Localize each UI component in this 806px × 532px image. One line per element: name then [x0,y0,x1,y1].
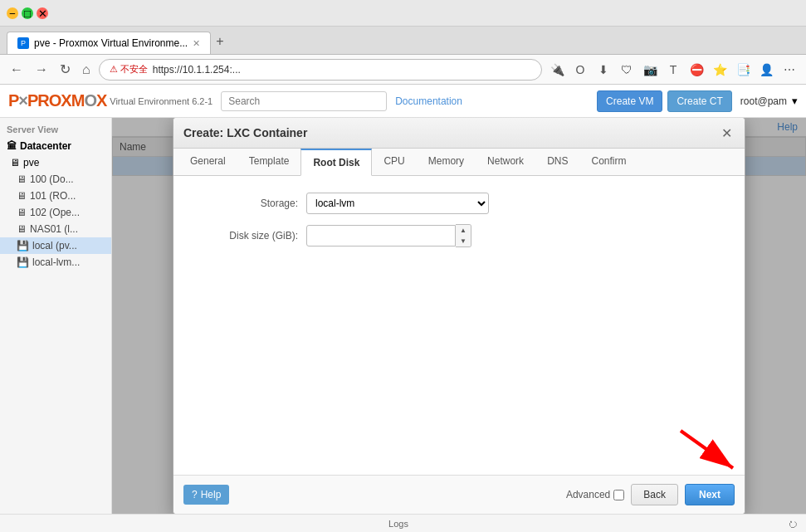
storage-control: local-lvm local [306,193,489,214]
local-lvm-label: local-lvm... [32,256,80,268]
opera-icon[interactable]: O [570,60,590,80]
server-view-label: Server View [0,121,111,138]
tab-root-disk[interactable]: Root Disk [300,149,372,176]
tab-template[interactable]: Template [237,149,301,176]
sidebar-item-local[interactable]: 💾 local (pv... [0,237,111,254]
dialog-tabs: General Template Root Disk CPU Memory Ne… [173,149,745,176]
sidebar-item-datacenter[interactable]: 🏛 Datacenter [0,138,111,154]
close-window-button[interactable]: ✕ [37,7,48,19]
security-warning: ⚠ 不安全 [110,63,148,76]
dialog-close-button[interactable]: ✕ [718,124,735,141]
back-button[interactable]: ← [7,61,27,79]
help-button[interactable]: ? Help [183,485,229,505]
create-vm-button[interactable]: Create VM [597,90,662,112]
advanced-checkbox[interactable] [613,490,624,500]
advanced-label: Advanced [566,489,624,500]
node-100-label: 100 (Do... [30,173,74,185]
profile-icon[interactable]: 👤 [756,60,776,80]
storage-row: Storage: local-lvm local [190,193,728,214]
next-button[interactable]: Next [685,484,735,505]
tab-memory[interactable]: Memory [417,149,476,176]
adblock-icon[interactable]: ⛔ [686,60,706,80]
sidebar-item-nas01[interactable]: 🖥 NAS01 (l... [0,221,111,237]
datacenter-icon: 🏛 [7,140,17,152]
new-tab-button[interactable]: + [211,29,228,54]
local-icon: 💾 [17,240,29,251]
nas01-icon: 🖥 [17,223,27,235]
local-lvm-icon: 💾 [17,256,29,268]
camera-icon[interactable]: 📷 [640,60,660,80]
status-bar: Logs ⭮ [0,514,806,532]
minimize-button[interactable]: − [7,7,18,19]
storage-select[interactable]: local-lvm local [306,193,489,214]
back-button[interactable]: Back [631,484,678,505]
user-menu[interactable]: root@pam [740,95,787,107]
sidebar-item-node-100[interactable]: 🖥 100 (Do... [0,171,111,188]
dropdown-icon: ▾ [792,95,798,107]
proxmox-header: P×PROXMOX Virtual Environment 6.2-1 Docu… [0,85,806,118]
translate-icon[interactable]: T [663,60,683,80]
tab-general[interactable]: General [178,149,237,176]
tab-network[interactable]: Network [476,149,535,176]
node-101-icon: 🖥 [17,190,27,202]
search-input[interactable] [221,91,387,111]
content-area: Help Name Size 22 [112,118,806,514]
create-ct-button[interactable]: Create CT [667,90,731,112]
nas01-label: NAS01 (l... [30,223,78,235]
proxmox-logo: P×PROXMOX Virtual Environment 6.2-1 [8,91,212,110]
url-bar[interactable]: ⚠ 不安全 https://10.1.1.254:... [99,59,542,81]
tab-close-button[interactable]: ✕ [193,38,200,49]
extensions-icon[interactable]: 🔌 [547,60,567,80]
footer-right: Advanced Back Next [566,484,735,505]
shield-icon[interactable]: 🛡 [617,60,637,80]
menu-icon[interactable]: ⋯ [779,60,799,80]
disk-size-label: Disk size (GiB): [190,230,306,242]
disk-size-spinner: 8 ▲ ▼ [306,224,489,247]
node-102-label: 102 (Ope... [30,207,80,218]
sidebar: Server View 🏛 Datacenter 🖥 pve 🖥 100 (Do… [0,118,112,514]
node-101-label: 101 (RO... [30,190,76,202]
bookmark-icon[interactable]: ⭐ [710,60,730,80]
tab-bar: P pve - Proxmox Virtual Environme... ✕ + [0,27,806,55]
url-text: https://10.1.1.254:... [153,64,241,76]
storage-label: Storage: [190,198,306,209]
disk-size-control: 8 ▲ ▼ [306,224,489,247]
footer-left: ? Help [183,485,229,505]
toolbar-icons: 🔌 O ⬇ 🛡 📷 T ⛔ ⭐ 📑 👤 ⋯ [547,60,799,80]
local-label: local (pv... [32,240,77,251]
disk-size-input[interactable]: 8 [306,225,456,246]
node-102-icon: 🖥 [17,207,27,218]
pve-label: pve [23,157,39,168]
download-icon[interactable]: ⬇ [594,60,613,80]
lxc-container-dialog: Create: LXC Container ✕ General Template… [173,118,745,514]
maximize-button[interactable]: □ [22,7,33,19]
tab-dns[interactable]: DNS [535,149,579,176]
browser-frame: − □ ✕ P pve - Proxmox Virtual Environme.… [0,0,806,532]
logs-label: Logs [388,519,408,529]
spinner-buttons: ▲ ▼ [456,224,471,247]
sidebar-item-node-102[interactable]: 🖥 102 (Ope... [0,204,111,221]
address-bar: ← → ↻ ⌂ ⚠ 不安全 https://10.1.1.254:... 🔌 O… [0,55,806,85]
advanced-text: Advanced [566,489,610,500]
documentation-link[interactable]: Documentation [395,95,462,107]
browser-tab[interactable]: P pve - Proxmox Virtual Environme... ✕ [7,32,211,54]
forward-button[interactable]: → [32,61,51,79]
tab-cpu[interactable]: CPU [372,149,416,176]
window-controls: − □ ✕ [7,7,48,19]
spinner-up-button[interactable]: ▲ [456,225,471,236]
spinner-down-button[interactable]: ▼ [456,236,471,246]
home-button[interactable]: ⌂ [79,61,94,79]
sidebar-item-local-lvm[interactable]: 💾 local-lvm... [0,254,111,271]
reload-button[interactable]: ↻ [56,60,74,79]
sidebar-item-pve[interactable]: 🖥 pve [0,154,111,171]
scroll-icon[interactable]: ⭮ [789,519,798,529]
tab-confirm[interactable]: Confirm [579,149,637,176]
proxmox-body: Server View 🏛 Datacenter 🖥 pve 🖥 100 (Do… [0,118,806,514]
sidebar-item-node-101[interactable]: 🖥 101 (RO... [0,188,111,204]
tab-title: pve - Proxmox Virtual Environme... [34,37,188,49]
bookmark-list-icon[interactable]: 📑 [733,60,753,80]
dialog-title: Create: LXC Container [183,126,307,139]
main-content: P×PROXMOX Virtual Environment 6.2-1 Docu… [0,85,806,532]
proxmox-app: P×PROXMOX Virtual Environment 6.2-1 Docu… [0,85,806,532]
dialog-header: Create: LXC Container ✕ [173,118,745,149]
